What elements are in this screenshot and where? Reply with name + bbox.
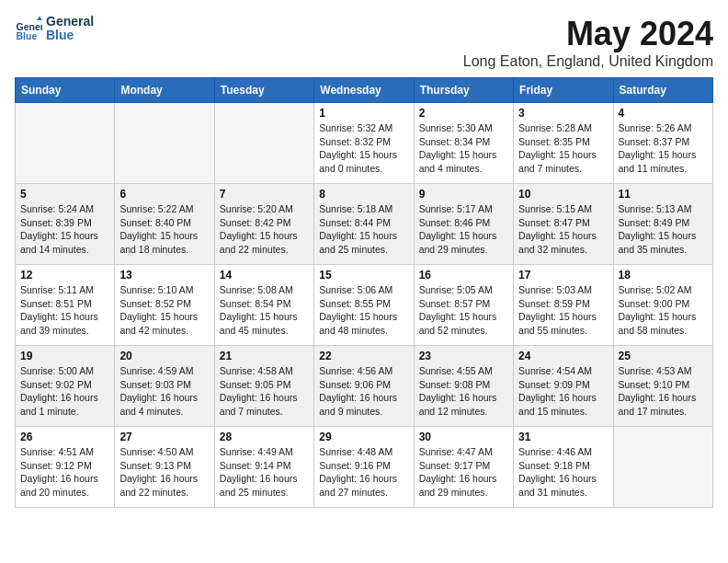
calendar-cell: 9Sunrise: 5:17 AM Sunset: 8:46 PM Daylig… xyxy=(414,184,513,265)
calendar-cell: 6Sunrise: 5:22 AM Sunset: 8:40 PM Daylig… xyxy=(115,184,214,265)
calendar-header-row: SundayMondayTuesdayWednesdayThursdayFrid… xyxy=(16,78,713,103)
svg-text:Blue: Blue xyxy=(17,30,38,41)
day-number: 19 xyxy=(20,350,109,362)
calendar-header-saturday: Saturday xyxy=(613,78,712,103)
calendar-cell: 3Sunrise: 5:28 AM Sunset: 8:35 PM Daylig… xyxy=(514,103,613,184)
calendar-cell: 15Sunrise: 5:06 AM Sunset: 8:55 PM Dayli… xyxy=(314,265,414,346)
calendar-cell: 20Sunrise: 4:59 AM Sunset: 9:03 PM Dayli… xyxy=(115,346,214,427)
day-number: 23 xyxy=(419,350,508,362)
calendar-header-thursday: Thursday xyxy=(414,78,513,103)
calendar-cell xyxy=(16,103,115,184)
calendar-cell: 8Sunrise: 5:18 AM Sunset: 8:44 PM Daylig… xyxy=(314,184,414,265)
calendar-cell: 12Sunrise: 5:11 AM Sunset: 8:51 PM Dayli… xyxy=(16,265,115,346)
day-number: 31 xyxy=(518,431,608,443)
calendar-cell: 21Sunrise: 4:58 AM Sunset: 9:05 PM Dayli… xyxy=(214,346,313,427)
day-number: 1 xyxy=(319,107,408,120)
day-number: 14 xyxy=(220,269,309,282)
day-info: Sunrise: 5:05 AM Sunset: 8:57 PM Dayligh… xyxy=(419,283,508,338)
calendar-header-monday: Monday xyxy=(115,78,214,103)
calendar-cell: 2Sunrise: 5:30 AM Sunset: 8:34 PM Daylig… xyxy=(414,103,513,184)
calendar-header-tuesday: Tuesday xyxy=(214,78,313,103)
day-number: 12 xyxy=(20,269,109,282)
day-number: 13 xyxy=(119,269,209,282)
calendar-cell: 28Sunrise: 4:49 AM Sunset: 9:14 PM Dayli… xyxy=(214,427,313,508)
calendar-week-row: 19Sunrise: 5:00 AM Sunset: 9:02 PM Dayli… xyxy=(16,346,713,427)
day-number: 22 xyxy=(319,350,408,362)
svg-marker-2 xyxy=(37,17,42,21)
calendar-cell: 30Sunrise: 4:47 AM Sunset: 9:17 PM Dayli… xyxy=(414,427,513,508)
calendar-cell: 10Sunrise: 5:15 AM Sunset: 8:47 PM Dayli… xyxy=(514,184,613,265)
calendar-cell xyxy=(115,103,214,184)
day-info: Sunrise: 5:10 AM Sunset: 8:52 PM Dayligh… xyxy=(119,283,209,338)
day-number: 17 xyxy=(518,269,608,282)
day-info: Sunrise: 5:11 AM Sunset: 8:51 PM Dayligh… xyxy=(20,283,109,338)
day-info: Sunrise: 5:28 AM Sunset: 8:35 PM Dayligh… xyxy=(518,121,608,176)
calendar-cell: 23Sunrise: 4:55 AM Sunset: 9:08 PM Dayli… xyxy=(414,346,513,427)
day-number: 9 xyxy=(419,188,508,201)
calendar-cell: 16Sunrise: 5:05 AM Sunset: 8:57 PM Dayli… xyxy=(414,265,513,346)
calendar-table: SundayMondayTuesdayWednesdayThursdayFrid… xyxy=(15,77,713,508)
day-number: 10 xyxy=(518,188,608,201)
day-info: Sunrise: 4:47 AM Sunset: 9:17 PM Dayligh… xyxy=(419,445,508,500)
day-number: 25 xyxy=(619,350,708,362)
calendar-cell: 1Sunrise: 5:32 AM Sunset: 8:32 PM Daylig… xyxy=(314,103,414,184)
day-number: 11 xyxy=(619,188,708,201)
day-info: Sunrise: 4:53 AM Sunset: 9:10 PM Dayligh… xyxy=(619,364,708,419)
day-number: 29 xyxy=(319,431,408,443)
day-info: Sunrise: 5:15 AM Sunset: 8:47 PM Dayligh… xyxy=(518,202,608,257)
day-info: Sunrise: 5:17 AM Sunset: 8:46 PM Dayligh… xyxy=(419,202,508,257)
calendar-cell: 27Sunrise: 4:50 AM Sunset: 9:13 PM Dayli… xyxy=(115,427,214,508)
calendar-header-sunday: Sunday xyxy=(16,78,115,103)
day-number: 21 xyxy=(220,350,309,362)
day-info: Sunrise: 4:48 AM Sunset: 9:16 PM Dayligh… xyxy=(319,445,408,500)
day-number: 2 xyxy=(419,107,508,120)
calendar-header-wednesday: Wednesday xyxy=(314,78,414,103)
day-info: Sunrise: 5:08 AM Sunset: 8:54 PM Dayligh… xyxy=(220,283,309,338)
day-info: Sunrise: 5:32 AM Sunset: 8:32 PM Dayligh… xyxy=(319,121,408,176)
day-info: Sunrise: 5:02 AM Sunset: 9:00 PM Dayligh… xyxy=(619,283,708,338)
month-title: May 2024 xyxy=(463,15,713,53)
calendar-week-row: 26Sunrise: 4:51 AM Sunset: 9:12 PM Dayli… xyxy=(16,427,713,508)
calendar-cell: 31Sunrise: 4:46 AM Sunset: 9:18 PM Dayli… xyxy=(514,427,613,508)
calendar-cell: 7Sunrise: 5:20 AM Sunset: 8:42 PM Daylig… xyxy=(214,184,313,265)
calendar-week-row: 1Sunrise: 5:32 AM Sunset: 8:32 PM Daylig… xyxy=(16,103,713,184)
day-info: Sunrise: 4:58 AM Sunset: 9:05 PM Dayligh… xyxy=(220,364,309,419)
day-number: 6 xyxy=(119,188,209,201)
day-info: Sunrise: 4:55 AM Sunset: 9:08 PM Dayligh… xyxy=(419,364,508,419)
day-info: Sunrise: 4:56 AM Sunset: 9:06 PM Dayligh… xyxy=(319,364,408,419)
day-info: Sunrise: 5:03 AM Sunset: 8:59 PM Dayligh… xyxy=(518,283,608,338)
day-info: Sunrise: 5:06 AM Sunset: 8:55 PM Dayligh… xyxy=(319,283,408,338)
day-number: 16 xyxy=(419,269,508,282)
day-info: Sunrise: 5:13 AM Sunset: 8:49 PM Dayligh… xyxy=(619,202,708,257)
calendar-cell: 5Sunrise: 5:24 AM Sunset: 8:39 PM Daylig… xyxy=(16,184,115,265)
day-number: 18 xyxy=(619,269,708,282)
day-number: 3 xyxy=(518,107,608,120)
logo-line1: General xyxy=(46,15,94,29)
calendar-cell: 22Sunrise: 4:56 AM Sunset: 9:06 PM Dayli… xyxy=(314,346,414,427)
calendar-cell: 14Sunrise: 5:08 AM Sunset: 8:54 PM Dayli… xyxy=(214,265,313,346)
calendar-cell: 29Sunrise: 4:48 AM Sunset: 9:16 PM Dayli… xyxy=(314,427,414,508)
calendar-header-friday: Friday xyxy=(514,78,613,103)
day-number: 15 xyxy=(319,269,408,282)
page-header: General Blue General Blue May 2024 Long … xyxy=(15,15,713,70)
calendar-cell: 26Sunrise: 4:51 AM Sunset: 9:12 PM Dayli… xyxy=(16,427,115,508)
day-info: Sunrise: 4:46 AM Sunset: 9:18 PM Dayligh… xyxy=(518,445,608,500)
day-info: Sunrise: 5:22 AM Sunset: 8:40 PM Dayligh… xyxy=(119,202,209,257)
day-info: Sunrise: 5:18 AM Sunset: 8:44 PM Dayligh… xyxy=(319,202,408,257)
calendar-cell: 25Sunrise: 4:53 AM Sunset: 9:10 PM Dayli… xyxy=(613,346,712,427)
day-info: Sunrise: 4:49 AM Sunset: 9:14 PM Dayligh… xyxy=(220,445,309,500)
logo-line2: Blue xyxy=(46,29,94,42)
calendar-cell xyxy=(613,427,712,508)
day-number: 26 xyxy=(20,431,109,443)
day-info: Sunrise: 5:26 AM Sunset: 8:37 PM Dayligh… xyxy=(619,121,708,176)
calendar-cell: 11Sunrise: 5:13 AM Sunset: 8:49 PM Dayli… xyxy=(613,184,712,265)
day-number: 28 xyxy=(220,431,309,443)
day-number: 7 xyxy=(220,188,309,201)
day-info: Sunrise: 5:24 AM Sunset: 8:39 PM Dayligh… xyxy=(20,202,109,257)
logo: General Blue General Blue xyxy=(15,15,94,43)
title-block: May 2024 Long Eaton, England, United Kin… xyxy=(463,15,713,70)
calendar-week-row: 5Sunrise: 5:24 AM Sunset: 8:39 PM Daylig… xyxy=(16,184,713,265)
calendar-cell: 17Sunrise: 5:03 AM Sunset: 8:59 PM Dayli… xyxy=(514,265,613,346)
day-info: Sunrise: 5:00 AM Sunset: 9:02 PM Dayligh… xyxy=(20,364,109,419)
day-info: Sunrise: 5:30 AM Sunset: 8:34 PM Dayligh… xyxy=(419,121,508,176)
